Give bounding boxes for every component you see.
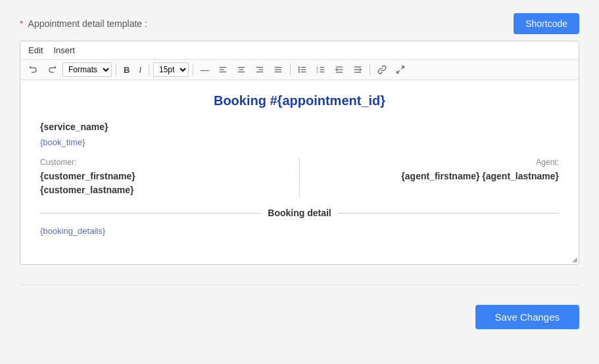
agent-label: Agent: — [313, 158, 559, 167]
divider-line-right — [338, 213, 559, 214]
toolbar-separator-5 — [370, 64, 370, 76]
list-ul-button[interactable] — [295, 64, 310, 76]
customer-name: {customer_firstname} {customer_lastname} — [40, 170, 286, 197]
align-left-button[interactable] — [215, 64, 231, 76]
font-size-select[interactable]: 15pt — [153, 62, 189, 77]
customer-lastname: {customer_lastname} — [40, 183, 286, 197]
service-name: {service_name} — [40, 122, 559, 132]
shortcode-button[interactable]: Shortcode — [514, 13, 579, 34]
customer-label: Customer: — [40, 158, 286, 167]
col-divider — [299, 158, 300, 197]
link-button[interactable] — [374, 64, 390, 76]
editor-toolbar: Formats B I 15pt — 123 — [20, 60, 579, 80]
bottom-divider — [20, 284, 579, 285]
outdent-button[interactable] — [331, 64, 347, 76]
align-justify-button[interactable] — [270, 64, 286, 76]
customer-col: Customer: {customer_firstname} {customer… — [40, 158, 286, 197]
footer-actions: Save Changes — [20, 305, 579, 329]
formats-select[interactable]: Formats — [62, 62, 112, 77]
required-star: * — [20, 18, 23, 29]
menu-edit[interactable]: Edit — [26, 44, 45, 57]
fullscreen-button[interactable] — [393, 64, 408, 76]
label-text: Appointment detail template : — [28, 18, 147, 29]
svg-point-16 — [299, 69, 299, 70]
section-label-text: * Appointment detail template : — [20, 18, 147, 29]
indent-button[interactable] — [350, 64, 366, 76]
agent-col: Agent: {agent_firstname} {agent_lastname… — [313, 158, 559, 197]
resize-handle[interactable]: ◢ — [572, 256, 577, 263]
bold-button[interactable]: B — [120, 64, 133, 76]
toolbar-separator-2 — [149, 64, 149, 76]
svg-point-17 — [299, 72, 299, 72]
toolbar-separator-3 — [193, 64, 193, 76]
divider-line-left — [40, 213, 261, 214]
italic-button[interactable]: I — [135, 64, 145, 76]
align-right-button[interactable] — [252, 64, 268, 76]
booking-detail-divider-row: Booking detail — [40, 208, 559, 218]
svg-line-31 — [397, 70, 400, 73]
agent-name: {agent_firstname} {agent_lastname} — [313, 170, 559, 183]
minus-button[interactable]: — — [197, 64, 212, 76]
booking-title: Booking #{appointment_id} — [40, 93, 559, 108]
booking-detail-text: Booking detail — [268, 208, 331, 218]
customer-firstname: {customer_firstname} — [40, 170, 286, 183]
align-center-button[interactable] — [233, 64, 249, 76]
menu-insert[interactable]: Insert — [51, 44, 78, 57]
toolbar-separator-1 — [116, 64, 116, 76]
svg-text:3: 3 — [317, 70, 319, 74]
list-ol-button[interactable]: 123 — [313, 64, 329, 76]
svg-point-15 — [299, 67, 299, 68]
undo-button[interactable] — [26, 64, 41, 76]
booking-details: {booking_details} — [40, 226, 559, 236]
redo-button[interactable] — [44, 64, 60, 76]
svg-line-30 — [401, 66, 404, 69]
book-time: {book_time} — [40, 137, 559, 147]
editor-content[interactable]: Booking #{appointment_id} {service_name}… — [20, 80, 579, 264]
customer-agent-row: Customer: {customer_firstname} {customer… — [40, 158, 559, 197]
editor-wrapper: Edit Insert Formats B I 15pt — — [20, 41, 579, 265]
section-header: * Appointment detail template : Shortcod… — [20, 13, 579, 34]
save-changes-button[interactable]: Save Changes — [475, 305, 579, 329]
toolbar-separator-4 — [290, 64, 291, 76]
editor-menubar: Edit Insert — [20, 41, 579, 60]
